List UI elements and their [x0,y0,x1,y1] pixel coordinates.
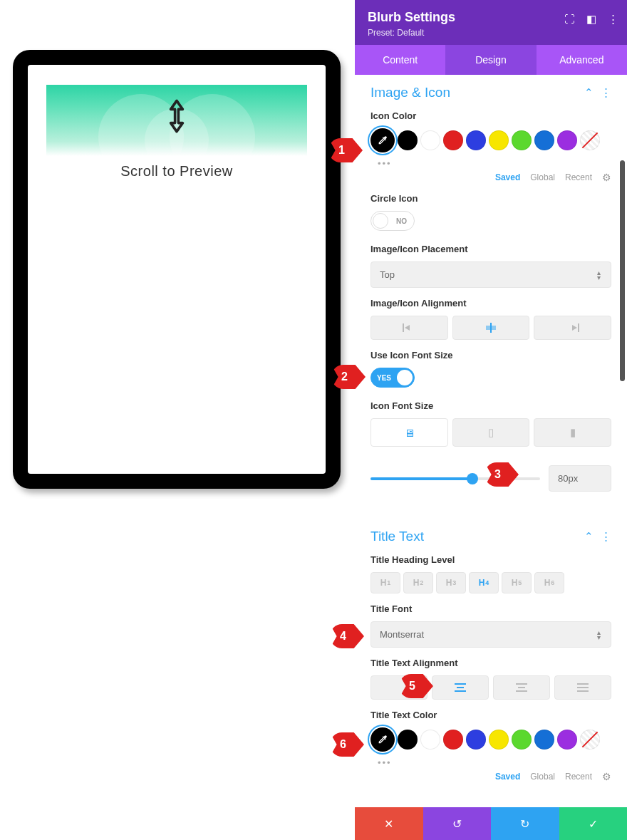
align-left-button[interactable] [370,316,448,340]
panel-body[interactable]: Image & Icon ⌃⋮ Icon Color ••• Saved Glo… [355,75,627,807]
svg-rect-3 [492,326,496,330]
svg-rect-13 [577,690,589,692]
icon-font-size-input[interactable]: 80px [549,465,611,492]
eyedropper-swatch[interactable] [370,128,395,152]
svg-rect-9 [518,687,525,688]
preview-canvas: Scroll to Preview [28,65,326,474]
align-center-button[interactable] [452,316,530,340]
scroll-arrow-icon [166,99,187,133]
section-menu-icon[interactable]: ⋮ [601,530,611,543]
settings-panel: Blurb Settings Preset: Default ⛶ ◧ ⋮ Con… [355,0,627,840]
swatch-white[interactable] [420,730,440,750]
section-title-text[interactable]: Title Text [370,529,424,544]
swatch-white[interactable] [420,130,440,150]
tab-bar: Content Design Advanced [355,45,627,75]
color-tab-saved[interactable]: Saved [495,172,520,182]
annotation-marker-3: 3 [484,462,519,487]
label-use-icon-font-size: Use Icon Font Size [370,350,611,361]
swatch-black[interactable] [398,730,418,750]
color-tab-saved[interactable]: Saved [495,772,520,782]
annotation-marker-5: 5 [399,674,433,698]
cancel-button[interactable]: ✕ [355,807,423,840]
swatch-transparent[interactable] [580,730,600,750]
swatch-blue[interactable] [466,130,486,150]
more-swatches-icon[interactable]: ••• [378,757,611,768]
swatch-purple[interactable] [557,730,577,750]
section-image-icon[interactable]: Image & Icon [370,85,450,100]
title-color-swatches [370,727,611,752]
toggle-circle-icon[interactable]: NO [370,211,415,231]
annotation-marker-1: 1 [328,138,363,162]
chevron-up-icon[interactable]: ⌃ [584,86,594,99]
annotation-marker-4: 4 [330,624,364,648]
select-placement[interactable]: Top▴▾ [370,261,611,288]
swatch-red[interactable] [443,130,463,150]
label-icon-color: Icon Color [370,110,611,121]
swatch-blue[interactable] [466,730,486,750]
undo-button[interactable]: ↺ [423,807,492,840]
heading-h5[interactable]: H5 [502,572,532,593]
color-tab-recent[interactable]: Recent [565,772,592,782]
panel-layout-icon[interactable]: ◧ [586,13,596,26]
text-align-justify-button[interactable] [554,675,611,700]
swatch-purple[interactable] [557,130,577,150]
swatch-red[interactable] [443,730,463,750]
heading-h3[interactable]: H3 [436,572,466,593]
color-tab-global[interactable]: Global [530,172,555,182]
label-title-text-alignment: Title Text Alignment [370,658,611,668]
chevron-up-icon[interactable]: ⌃ [584,530,594,543]
scrollbar[interactable] [620,160,625,381]
svg-rect-7 [455,690,466,692]
swatch-yellow[interactable] [489,130,509,150]
scroll-preview-text: Scroll to Preview [28,163,326,180]
confirm-button[interactable]: ✓ [559,807,628,840]
menu-icon[interactable]: ⋮ [608,13,618,26]
swatch-yellow[interactable] [489,730,509,750]
svg-rect-4 [578,323,579,332]
label-circle-icon: Circle Icon [370,193,611,204]
heading-h4[interactable]: H4 [469,572,499,593]
panel-preset[interactable]: Preset: Default [368,28,614,38]
swatch-blue2[interactable] [534,130,554,150]
align-right-button[interactable] [534,316,611,340]
panel-footer: ✕ ↺ ↻ ✓ [355,807,627,840]
svg-rect-6 [457,687,464,688]
select-title-font[interactable]: Montserrat▴▾ [370,621,611,648]
more-swatches-icon[interactable]: ••• [378,158,611,169]
expand-icon[interactable]: ⛶ [564,13,575,26]
swatch-black[interactable] [398,130,418,150]
svg-rect-12 [577,687,589,688]
device-phone-button[interactable]: ▮ [534,418,611,447]
device-desktop-button[interactable]: 🖥 [370,418,448,447]
label-title-text-color: Title Text Color [370,710,611,720]
tab-advanced[interactable]: Advanced [537,45,627,75]
heading-h6[interactable]: H6 [534,572,564,593]
toggle-use-icon-font-size[interactable]: YES [370,368,415,388]
color-tab-global[interactable]: Global [530,772,555,782]
redo-button[interactable]: ↻ [491,807,559,840]
label-alignment: Image/Icon Alignment [370,298,611,308]
text-align-center-button[interactable] [432,675,489,700]
icon-color-swatches [370,128,611,152]
swatch-transparent[interactable] [580,130,600,150]
eyedropper-swatch[interactable] [370,727,395,752]
tab-content[interactable]: Content [355,45,445,75]
annotation-marker-2: 2 [331,365,366,389]
heading-h1[interactable]: H1 [370,572,400,593]
swatch-green[interactable] [512,730,532,750]
label-title-font: Title Font [370,603,611,614]
color-tab-recent[interactable]: Recent [565,172,592,182]
label-icon-font-size: Icon Font Size [370,400,611,411]
gear-icon[interactable]: ⚙ [602,771,611,782]
section-menu-icon[interactable]: ⋮ [601,86,611,99]
heading-h2[interactable]: H2 [403,572,433,593]
text-align-right-button[interactable] [493,675,550,700]
swatch-blue2[interactable] [534,730,554,750]
device-tablet-button[interactable]: ▯ [452,418,530,447]
tab-design[interactable]: Design [445,45,536,75]
svg-rect-2 [486,326,490,330]
svg-rect-1 [490,323,492,333]
label-placement: Image/Icon Placement [370,244,611,254]
swatch-green[interactable] [512,130,532,150]
gear-icon[interactable]: ⚙ [602,172,611,183]
